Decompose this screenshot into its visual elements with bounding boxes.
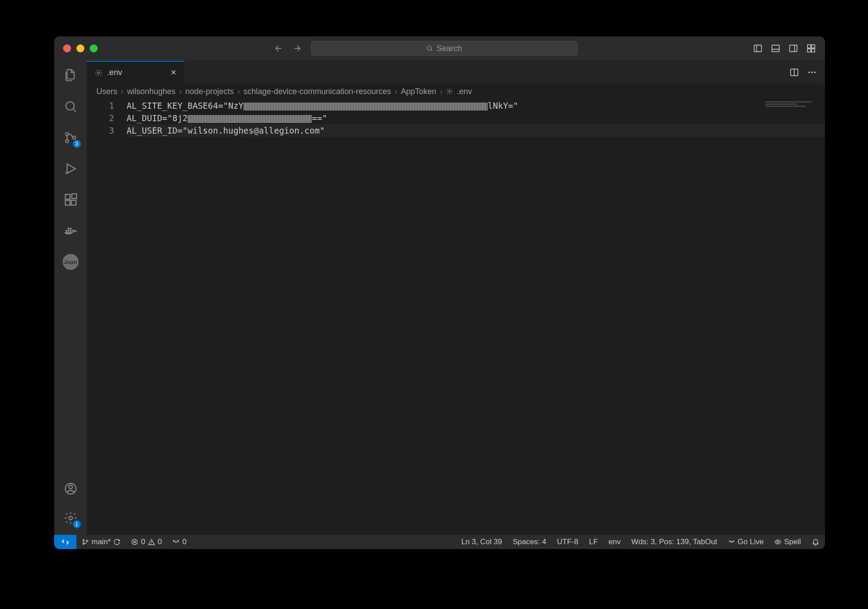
source-control-badge: 3 — [73, 140, 81, 148]
source-control-icon[interactable]: 3 — [62, 129, 80, 146]
svg-point-29 — [98, 71, 100, 74]
svg-rect-20 — [65, 230, 67, 232]
language-mode-status[interactable]: env — [603, 535, 626, 549]
warning-icon — [148, 538, 155, 546]
word-count-status[interactable]: Wds: 3, Pos: 139, TabOut — [626, 535, 722, 549]
svg-point-33 — [811, 71, 813, 73]
breadcrumb-segment[interactable]: AppToken — [401, 87, 436, 96]
split-editor-icon[interactable] — [789, 67, 799, 77]
svg-point-28 — [69, 516, 72, 520]
toggle-secondary-sidebar-icon[interactable] — [788, 44, 798, 53]
breadcrumb-segment[interactable]: schlage-device-communication-resources — [243, 87, 391, 96]
svg-rect-25 — [72, 230, 74, 232]
problems-status[interactable]: 0 0 — [126, 535, 167, 549]
run-debug-icon[interactable] — [62, 160, 80, 178]
activity-bar-bottom: 1 — [62, 480, 80, 535]
svg-point-32 — [808, 71, 810, 73]
svg-rect-7 — [808, 45, 811, 48]
eye-icon — [774, 538, 781, 546]
svg-point-13 — [65, 140, 68, 143]
settings-gear-icon[interactable]: 1 — [62, 509, 80, 527]
toggle-panel-icon[interactable] — [771, 44, 780, 53]
nav-arrows — [274, 44, 302, 53]
customize-layout-icon[interactable] — [806, 44, 816, 53]
search-icon — [426, 45, 433, 52]
svg-point-0 — [427, 46, 431, 50]
svg-point-37 — [83, 543, 84, 544]
code-line[interactable]: AL_DUID="8j2==" — [127, 112, 825, 124]
accounts-icon[interactable] — [62, 480, 80, 498]
toggle-primary-sidebar-icon[interactable] — [753, 44, 763, 53]
code-content[interactable]: AL_SITE_KEY_BASE64="NzYlNkY="AL_DUID="8j… — [127, 99, 825, 535]
svg-rect-19 — [72, 194, 76, 199]
activity-bar: 3 Json 1 — [54, 60, 87, 535]
search-placeholder-text: Search — [437, 44, 462, 53]
svg-point-11 — [66, 102, 74, 110]
broadcast-icon — [728, 538, 735, 546]
chevron-right-icon: › — [179, 87, 182, 96]
notifications-status[interactable] — [806, 535, 825, 549]
line-number: 3 — [87, 124, 114, 137]
svg-rect-23 — [68, 228, 69, 229]
encoding-status[interactable]: UTF-8 — [552, 535, 584, 549]
eol-status[interactable]: LF — [584, 535, 603, 549]
window-close-button[interactable] — [63, 44, 71, 52]
breadcrumb-segment[interactable]: node-projects — [185, 87, 234, 96]
json-extension-icon[interactable]: Json — [62, 253, 80, 271]
breadcrumb-file[interactable]: .env — [457, 87, 472, 96]
docker-icon[interactable] — [62, 222, 80, 240]
explorer-icon[interactable] — [62, 67, 80, 84]
traffic-lights — [63, 44, 98, 52]
tab-env[interactable]: .env ✕ — [87, 61, 184, 83]
svg-point-42 — [777, 541, 779, 543]
bell-icon — [812, 538, 820, 546]
ports-status[interactable]: 0 — [167, 535, 191, 549]
redacted-text — [243, 103, 488, 111]
minimap[interactable] — [765, 101, 823, 128]
breadcrumb-segment[interactable]: wilsonhughes — [127, 87, 175, 96]
line-number: 2 — [87, 112, 114, 124]
radio-tower-icon — [172, 538, 179, 546]
breadcrumb-segment[interactable]: Users — [96, 87, 117, 96]
code-editor[interactable]: 1 2 3 AL_SITE_KEY_BASE64="NzYlNkY="AL_DU… — [87, 99, 825, 535]
window-minimize-button[interactable] — [76, 44, 84, 52]
nav-back-icon[interactable] — [274, 44, 283, 53]
breadcrumbs[interactable]: Users › wilsonhughes › node-projects › s… — [87, 83, 825, 99]
code-line[interactable]: AL_SITE_KEY_BASE64="NzYlNkY=" — [127, 99, 825, 112]
remote-indicator[interactable] — [54, 535, 76, 549]
code-line[interactable]: AL_USER_ID="wilson.hughes@allegion.com" — [127, 124, 825, 137]
svg-rect-8 — [812, 45, 815, 48]
spell-check-status[interactable]: Spell — [769, 535, 806, 549]
svg-rect-3 — [772, 45, 780, 52]
svg-point-27 — [69, 485, 72, 489]
vscode-window: Search 3 — [54, 36, 825, 549]
error-icon — [131, 538, 138, 546]
svg-point-14 — [72, 136, 76, 139]
git-branch-icon — [82, 538, 89, 546]
more-actions-icon[interactable] — [807, 67, 817, 77]
chevron-right-icon: › — [394, 87, 397, 96]
svg-point-12 — [65, 133, 68, 136]
warning-count: 0 — [158, 538, 162, 546]
indentation-status[interactable]: Spaces: 4 — [507, 535, 552, 549]
global-search-input[interactable]: Search — [311, 41, 577, 56]
cursor-position-status[interactable]: Ln 3, Col 39 — [456, 535, 507, 549]
go-live-status[interactable]: Go Live — [723, 535, 769, 549]
git-branch-status[interactable]: main* — [76, 535, 126, 549]
search-sidebar-icon[interactable] — [62, 98, 80, 115]
svg-point-36 — [83, 539, 84, 541]
sync-icon — [113, 538, 120, 546]
editor-actions — [789, 61, 825, 83]
svg-point-41 — [731, 542, 732, 543]
chevron-right-icon: › — [237, 87, 240, 96]
chevron-right-icon: › — [440, 87, 442, 96]
svg-rect-10 — [812, 49, 815, 52]
svg-rect-22 — [70, 230, 72, 232]
svg-rect-21 — [68, 230, 69, 232]
tab-close-icon[interactable]: ✕ — [171, 68, 176, 77]
branch-name: main* — [92, 538, 111, 546]
gear-icon — [95, 69, 103, 77]
nav-forward-icon[interactable] — [292, 44, 302, 53]
window-maximize-button[interactable] — [90, 44, 98, 52]
extensions-icon[interactable] — [62, 191, 80, 209]
